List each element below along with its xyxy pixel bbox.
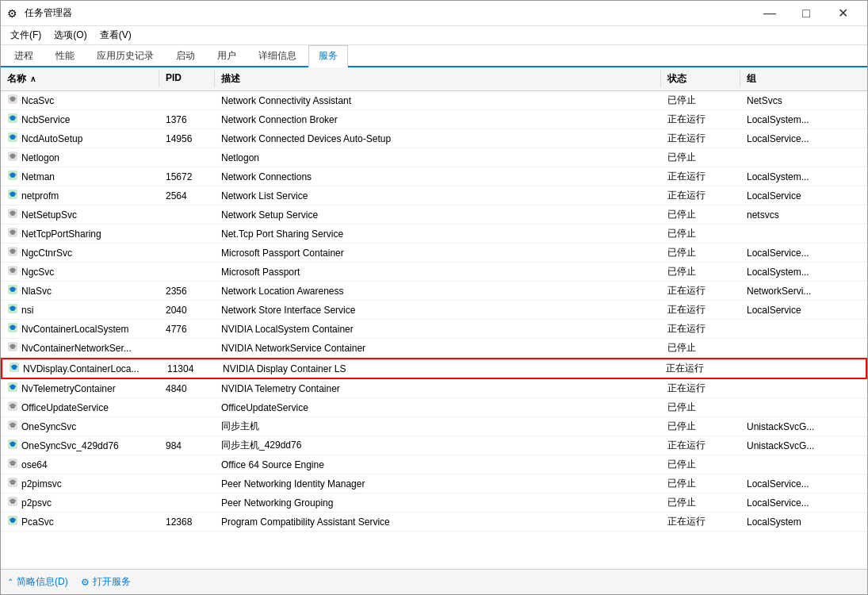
table-row[interactable]: NvTelemetryContainer 4840 NVIDIA Telemet… bbox=[1, 379, 867, 398]
col-name[interactable]: 名称 ∧ bbox=[1, 71, 159, 87]
cell-desc: Network Connectivity Assistant bbox=[215, 91, 661, 109]
tab-details[interactable]: 详细信息 bbox=[248, 45, 307, 66]
content-area: 名称 ∧ PID 描述 状态 组 NcaSvc Network Connecti… bbox=[1, 67, 867, 569]
maximize-button[interactable]: □ bbox=[788, 1, 824, 26]
tab-process[interactable]: 进程 bbox=[4, 45, 44, 66]
cell-status: 正在运行 bbox=[661, 512, 740, 531]
cell-pid: 1376 bbox=[159, 110, 215, 129]
table-row[interactable]: NvContainerNetworkSer... NVIDIA NetworkS… bbox=[1, 339, 867, 358]
tab-services[interactable]: 服务 bbox=[308, 45, 348, 67]
cell-group: LocalService bbox=[740, 186, 867, 205]
table-row[interactable]: Netman 15672 Network Connections 正在运行 Lo… bbox=[1, 167, 867, 186]
cell-name: NcdAutoSetup bbox=[1, 129, 159, 148]
table-row[interactable]: ose64 Office 64 Source Engine 已停止 bbox=[1, 455, 867, 474]
cell-pid: 2040 bbox=[159, 301, 215, 319]
table-row[interactable]: NgcSvc Microsoft Passport 已停止 LocalSyste… bbox=[1, 263, 867, 282]
cell-desc: Peer Networking Identity Manager bbox=[215, 474, 661, 493]
cell-name: netprofm bbox=[1, 186, 159, 205]
service-icon bbox=[7, 132, 18, 145]
menu-file[interactable]: 文件(F) bbox=[4, 27, 48, 44]
service-name: OneSyncSvc bbox=[21, 421, 76, 432]
table-row[interactable]: NcdAutoSetup 14956 Network Connected Dev… bbox=[1, 129, 867, 148]
title-bar: ⚙ 任务管理器 — □ ✕ bbox=[1, 1, 867, 26]
tab-users[interactable]: 用户 bbox=[207, 45, 247, 66]
cell-name: NgcSvc bbox=[1, 263, 159, 281]
cell-desc: Network Location Awareness bbox=[215, 282, 661, 300]
tabs-bar: 进程 性能 应用历史记录 启动 用户 详细信息 服务 bbox=[1, 45, 867, 67]
table-row[interactable]: NetSetupSvc Network Setup Service 已停止 ne… bbox=[1, 205, 867, 225]
table-row[interactable]: Netlogon Netlogon 已停止 bbox=[1, 148, 867, 167]
cell-name: OfficeUpdateService bbox=[1, 398, 159, 416]
cell-name: NvTelemetryContainer bbox=[1, 379, 159, 397]
cell-pid: 2356 bbox=[159, 282, 215, 300]
service-icon bbox=[7, 113, 18, 126]
menu-options[interactable]: 选项(O) bbox=[48, 27, 93, 44]
cell-group bbox=[740, 148, 867, 167]
service-name: nsi bbox=[21, 305, 33, 316]
cell-name: OneSyncSvc bbox=[1, 417, 159, 436]
table-row[interactable]: p2pimsvc Peer Networking Identity Manage… bbox=[1, 474, 867, 493]
table-row[interactable]: nsi 2040 Network Store Interface Service… bbox=[1, 301, 867, 320]
service-icon bbox=[7, 265, 18, 278]
table-row[interactable]: NetTcpPortSharing Net.Tcp Port Sharing S… bbox=[1, 225, 867, 244]
table-row[interactable]: OneSyncSvc 同步主机 已停止 UnistackSvcG... bbox=[1, 417, 867, 436]
table-header: 名称 ∧ PID 描述 状态 组 bbox=[1, 67, 867, 91]
minimize-button[interactable]: — bbox=[751, 1, 788, 26]
col-group[interactable]: 组 bbox=[740, 71, 867, 87]
service-icon bbox=[7, 151, 18, 164]
cell-group bbox=[740, 339, 867, 357]
table-row[interactable]: OfficeUpdateService OfficeUpdateService … bbox=[1, 398, 867, 417]
cell-pid bbox=[159, 244, 215, 262]
cell-pid bbox=[159, 339, 215, 357]
cell-desc: 同步主机 bbox=[215, 417, 661, 436]
table-body: NcaSvc Network Connectivity Assistant 已停… bbox=[1, 91, 867, 569]
cell-status: 已停止 bbox=[661, 455, 740, 474]
cell-group: LocalService... bbox=[740, 244, 867, 262]
table-row[interactable]: NlaSvc 2356 Network Location Awareness 正… bbox=[1, 282, 867, 301]
cell-status: 已停止 bbox=[661, 339, 740, 357]
cell-pid bbox=[159, 474, 215, 493]
service-name: NVDisplay.ContainerLoca... bbox=[23, 363, 140, 374]
table-row[interactable]: OneSyncSvc_429dd76 984 同步主机_429dd76 正在运行… bbox=[1, 436, 867, 455]
service-icon bbox=[7, 341, 18, 355]
cell-status: 已停止 bbox=[661, 474, 740, 493]
cell-desc: NVIDIA Telemetry Container bbox=[215, 379, 661, 397]
tab-startup[interactable]: 启动 bbox=[166, 45, 205, 66]
cell-status: 正在运行 bbox=[661, 110, 740, 129]
table-row[interactable]: NgcCtnrSvc Microsoft Passport Container … bbox=[1, 244, 867, 263]
service-icon bbox=[7, 439, 18, 452]
table-row[interactable]: NvContainerLocalSystem 4776 NVIDIA Local… bbox=[1, 320, 867, 339]
service-icon bbox=[9, 362, 20, 375]
cell-name: Netman bbox=[1, 167, 159, 186]
summary-button[interactable]: ⌃ 简略信息(D) bbox=[7, 575, 68, 589]
close-button[interactable]: ✕ bbox=[824, 1, 861, 26]
tab-performance[interactable]: 性能 bbox=[45, 45, 85, 66]
window-icon: ⚙ bbox=[7, 7, 20, 20]
cell-pid bbox=[159, 205, 215, 224]
col-desc[interactable]: 描述 bbox=[215, 71, 661, 87]
service-icon bbox=[7, 208, 18, 221]
service-icon bbox=[7, 322, 18, 336]
service-icon bbox=[7, 170, 18, 183]
cell-desc: Office 64 Source Engine bbox=[215, 455, 661, 474]
chevron-up-icon: ⌃ bbox=[7, 578, 13, 586]
table-row[interactable]: NcbService 1376 Network Connection Broke… bbox=[1, 110, 867, 129]
cell-pid bbox=[159, 263, 215, 281]
table-row[interactable]: netprofm 2564 Network List Service 正在运行 … bbox=[1, 186, 867, 205]
cell-name: NvContainerNetworkSer... bbox=[1, 339, 159, 357]
table-row[interactable]: NVDisplay.ContainerLoca... 11304 NVIDIA … bbox=[1, 358, 867, 379]
table-row[interactable]: PcaSvc 12368 Program Compatibility Assis… bbox=[1, 512, 867, 532]
tab-app-history[interactable]: 应用历史记录 bbox=[86, 45, 164, 66]
col-status[interactable]: 状态 bbox=[661, 71, 740, 87]
cell-status: 正在运行 bbox=[660, 359, 739, 378]
cell-pid: 984 bbox=[159, 436, 215, 455]
col-pid[interactable]: PID bbox=[159, 71, 215, 87]
menu-view[interactable]: 查看(V) bbox=[94, 27, 138, 44]
service-icon bbox=[7, 515, 18, 528]
cell-desc: Program Compatibility Assistant Service bbox=[215, 512, 661, 531]
open-services-button[interactable]: ⚙ 打开服务 bbox=[81, 575, 131, 589]
table-row[interactable]: NcaSvc Network Connectivity Assistant 已停… bbox=[1, 91, 867, 110]
cell-group: LocalSystem... bbox=[740, 110, 867, 129]
cell-name: NetTcpPortSharing bbox=[1, 225, 159, 243]
table-row[interactable]: p2psvc Peer Networking Grouping 已停止 Loca… bbox=[1, 493, 867, 512]
